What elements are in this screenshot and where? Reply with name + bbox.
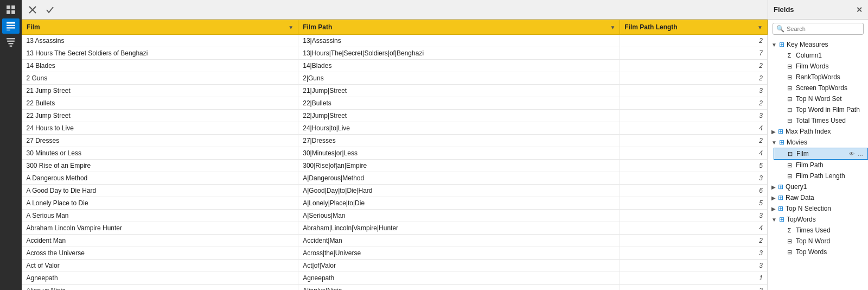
field-label-total-times-used: Total Times Used [796,117,846,124]
field-screen-top-words[interactable]: ⊟ Screen TopWords [774,83,868,93]
search-input[interactable] [787,26,860,32]
cell-film: 13 Assassins [22,35,298,47]
table-icon-film: ⊟ [786,150,794,157]
svg-rect-5 [7,25,15,26]
field-top-n-word[interactable]: ⊟ Top N Word [774,236,868,247]
fields-close-button[interactable]: ✕ [856,5,863,14]
group-movies[interactable]: ▼ ⊞ Movies [768,137,868,148]
cell-film-path: 13|Hours|The|Secret|Soldiers|of|Benghazi [298,47,620,60]
table-row[interactable]: Act of Valor Act|of|Valor 3 [22,260,768,272]
table-row[interactable]: A Good Day to Die Hard A|Good|Day|to|Die… [22,185,768,197]
table-icon-top-n-selection: ⊞ [778,205,783,212]
field-label-screen-top-words: Screen TopWords [796,84,847,92]
cell-film-path-length: 2 [620,72,768,85]
table-row[interactable]: Alien vs Ninja Alien|vs|Ninja 3 [22,285,768,291]
check-icon[interactable] [43,3,56,16]
sort-icon-film-path-length: ▼ [757,24,763,30]
group-key-measures[interactable]: ▼ ⊞ Key Measures [768,39,868,50]
toolbar-grid-button[interactable] [2,2,20,17]
cell-film-path: Act|of|Valor [298,260,620,272]
svg-rect-8 [7,38,15,39]
group-top-n-selection[interactable]: ▶ ⊞ Top N Selection [768,203,868,214]
field-film-more-button[interactable]: … [857,150,864,157]
cell-film-path: Accident|Man [298,235,620,247]
cell-film-path-length: 5 [620,160,768,172]
group-query1[interactable]: ▶ ⊞ Query1 [768,181,868,192]
table-row[interactable]: 14 Blades 14|Blades 2 [22,60,768,72]
field-label-top-n-word-set: Top N Word Set [796,95,841,103]
col-film[interactable]: Film ▼ [22,20,298,35]
table-row[interactable]: Across the Universe Across|the|Universe … [22,247,768,260]
svg-rect-7 [7,30,10,30]
field-film-path-length[interactable]: ⊟ Film Path Length [774,171,868,181]
chevron-query1: ▶ [771,184,776,190]
table-row[interactable]: 22 Jump Street 22|Jump|Street 3 [22,110,768,122]
table-row[interactable]: Abraham Lincoln Vampire Hunter Abraham|L… [22,222,768,235]
field-column1[interactable]: Σ Column1 [774,50,868,61]
field-film-path[interactable]: ⊟ Film Path [774,160,868,171]
cell-film-path: 2|Guns [298,72,620,85]
table-row[interactable]: 24 Hours to Live 24|Hours|to|Live 4 [22,122,768,135]
table-row[interactable]: A Serious Man A|Serious|Man 3 [22,210,768,222]
table-row[interactable]: A Lonely Place to Die A|Lonely|Place|to|… [22,197,768,210]
field-top-words[interactable]: ⊟ Top Words [774,247,868,257]
chevron-movies: ▼ [771,140,777,146]
cell-film: 13 Hours The Secret Soldiers of Benghazi [22,47,298,60]
cell-film-path-length: 3 [620,285,768,291]
field-film-words[interactable]: ⊟ Film Words [774,61,868,72]
table-row[interactable]: 30 Minutes or Less 30|Minutes|or|Less 4 [22,147,768,160]
toolbar-filter-button[interactable] [2,35,20,50]
field-times-used[interactable]: Σ Times Used [774,225,868,236]
field-film-eye-button[interactable]: 👁 [848,150,856,157]
top-words-items: Σ Times Used ⊟ Top N Word ⊟ Top Words [768,225,868,257]
col-film-path-length[interactable]: Film Path Length ▼ [620,20,768,35]
sort-icon-film-path: ▼ [610,24,615,30]
data-table-container[interactable]: Film ▼ Film Path ▼ Film Path Length [22,20,768,290]
close-icon[interactable] [26,3,39,16]
field-total-times-used[interactable]: ⊟ Total Times Used [774,115,868,126]
cell-film-path: 30|Minutes|or|Less [298,147,620,160]
table-row[interactable]: 21 Jump Street 21|Jump|Street 3 [22,85,768,97]
search-box[interactable]: 🔍 [773,23,864,35]
cell-film-path: 14|Blades [298,60,620,72]
table-row[interactable]: Accident Man Accident|Man 2 [22,235,768,247]
cell-film-path: 300|Rise|of|an|Empire [298,160,620,172]
toolbar-table-button[interactable] [2,18,20,34]
table-row[interactable]: 300 Rise of an Empire 300|Rise|of|an|Emp… [22,160,768,172]
cell-film-path-length: 3 [620,210,768,222]
data-table: Film ▼ Film Path ▼ Film Path Length [22,20,768,290]
right-panel: Fields ✕ 🔍 ▼ ⊞ Key Measures Σ Column1 ⊟ … [768,0,868,290]
field-rank-top-words[interactable]: ⊟ RankTopWords [774,72,868,83]
field-label-rank-top-words: RankTopWords [796,73,840,81]
cell-film-path-length: 2 [620,35,768,47]
field-label-top-n-word: Top N Word [796,237,830,245]
table-row[interactable]: 13 Hours The Secret Soldiers of Benghazi… [22,47,768,60]
field-label-times-used: Times Used [796,226,831,234]
field-top-word-in-film-path[interactable]: ⊟ Top Word in Film Path [774,104,868,115]
table-row[interactable]: 13 Assassins 13|Assassins 2 [22,35,768,47]
table-icon-screen-top-words: ⊟ [786,85,793,92]
table-row[interactable]: Agneepath Agneepath 1 [22,272,768,285]
col-film-path[interactable]: Film Path ▼ [298,20,620,35]
cell-film: A Lonely Place to Die [22,197,298,210]
chevron-max-path-index: ▶ [771,129,776,135]
cell-film: 22 Bullets [22,97,298,110]
group-max-path-index[interactable]: ▶ ⊞ Max Path Index [768,126,868,137]
sort-icon-film: ▼ [288,24,293,30]
table-icon-top-word-in-film-path: ⊟ [786,106,793,114]
cell-film: Agneepath [22,272,298,285]
table-icon-query1: ⊞ [778,183,783,191]
group-top-words[interactable]: ▼ ⊞ TopWords [768,214,868,225]
table-icon-top-n-word: ⊟ [786,238,793,245]
field-top-n-word-set[interactable]: ⊟ Top N Word Set [774,93,868,104]
fields-list: ▼ ⊞ Key Measures Σ Column1 ⊟ Film Words … [768,38,868,290]
table-row[interactable]: 27 Dresses 27|Dresses 2 [22,135,768,147]
group-label-top-n-selection: Top N Selection [786,205,831,212]
table-row[interactable]: 22 Bullets 22|Bullets 2 [22,97,768,110]
field-film[interactable]: ⊟ Film 👁 … [774,148,868,160]
group-raw-data[interactable]: ▶ ⊞ Raw Data [768,192,868,203]
table-icon-film-words: ⊟ [786,63,793,70]
table-icon-film-path-length: ⊟ [786,173,793,180]
table-row[interactable]: 2 Guns 2|Guns 2 [22,72,768,85]
table-row[interactable]: A Dangerous Method A|Dangerous|Method 3 [22,172,768,185]
